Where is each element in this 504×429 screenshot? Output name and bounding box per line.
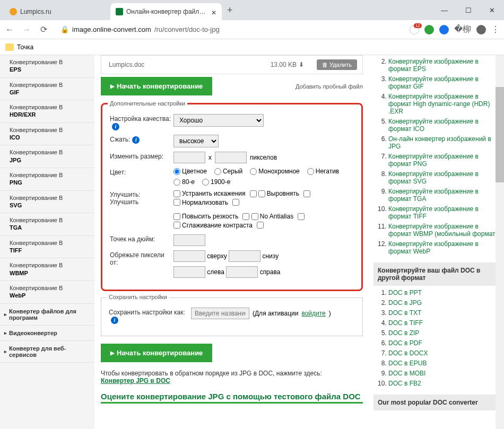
right-fmt-link[interactable]: DOC в MOBI xyxy=(388,370,425,377)
delete-button[interactable]: 🗑Удалить xyxy=(317,59,357,70)
crop-bottom-input[interactable] xyxy=(229,250,260,262)
right-link[interactable]: Конвертируйте изображение в формат High … xyxy=(388,93,490,115)
color-radio[interactable]: Монохромное xyxy=(250,168,300,175)
browser-tab-active[interactable]: Онлайн-конвертер файлов DOC ✕ xyxy=(110,3,222,20)
crop-right-label: справа xyxy=(260,268,281,276)
back-button[interactable]: ← xyxy=(4,24,15,35)
forward-button[interactable]: → xyxy=(21,24,32,35)
improve-extra-checkbox[interactable] xyxy=(232,199,239,206)
url-field[interactable]: 🔒 image.online-convert.com/ru/convert/do… xyxy=(55,25,403,33)
improve-checkbox[interactable]: Устранить искажения xyxy=(173,190,246,197)
right-link[interactable]: Конвертируйте изображение в формат WBMP … xyxy=(388,223,498,238)
ext-icon[interactable] xyxy=(439,25,449,34)
reader-icon[interactable]: �柳 xyxy=(454,24,471,35)
right-box-heading: Конвертируйте ваш файл DOC в другой форм… xyxy=(373,262,500,286)
menu-icon[interactable]: ⋮ xyxy=(491,24,500,34)
info-icon[interactable]: i xyxy=(132,136,140,144)
right-fmt-link[interactable]: DOC в PDF xyxy=(388,339,422,347)
right-link[interactable]: Конвертируйте изображение в формат SVG xyxy=(388,170,479,185)
start-convert-button[interactable]: Начать конвертирование xyxy=(101,344,212,362)
reload-button[interactable]: ⟳ xyxy=(38,24,49,35)
improve-extra-checkbox[interactable] xyxy=(303,190,310,197)
adblock-icon[interactable] xyxy=(410,25,419,34)
sidebar-item[interactable]: Конвертирование ВTIFF xyxy=(0,236,94,259)
improve-extra-checkbox[interactable] xyxy=(257,222,264,229)
right-link[interactable]: Конвертируйте изображение в формат TIFF xyxy=(388,205,479,220)
quality-select[interactable]: Хорошо xyxy=(173,114,264,127)
right-fmt-link[interactable]: DOC в DOCX xyxy=(388,349,428,357)
crop-label: Обрежьте пиксели от: xyxy=(110,250,173,266)
improve-extra-checkbox[interactable] xyxy=(298,213,305,220)
color-radio[interactable]: Цветное xyxy=(173,168,207,175)
sidebar-item[interactable]: Конвертирование ВWBMP xyxy=(0,258,94,281)
right-fmt-link[interactable]: DOC в FB2 xyxy=(388,380,421,387)
window-controls: — ☐ ✕ xyxy=(432,0,504,20)
reverse-convert-link[interactable]: Конвертер JPG в DOC xyxy=(101,377,170,384)
sidebar-category[interactable]: Конвертер для веб-сервисов xyxy=(0,341,94,363)
crop-top-input[interactable] xyxy=(173,250,205,262)
sidebar-category[interactable]: Конвертер файлов для программ xyxy=(0,304,94,326)
right-fmt-link[interactable]: DOC в PPT xyxy=(388,289,422,296)
sidebar-item[interactable]: Конвертирование ВEPS xyxy=(0,55,94,78)
right-fmt-link[interactable]: DOC в EPUB xyxy=(388,360,427,367)
quality-label: Настройка качества: xyxy=(110,115,171,122)
improve-checkbox[interactable]: Выровнять xyxy=(258,190,299,197)
dpi-input[interactable] xyxy=(173,234,205,246)
bookmark-item[interactable]: Точка xyxy=(17,43,33,51)
browser-tab[interactable]: Lumpics.ru xyxy=(4,3,110,20)
start-convert-button[interactable]: Начать конвертирование xyxy=(101,77,212,95)
close-icon[interactable]: ✕ xyxy=(211,9,216,14)
improve-checkbox[interactable]: Повысить резкость xyxy=(173,213,238,220)
right-link[interactable]: Конвертируйте изображение в формат ICO xyxy=(388,118,479,133)
folder-icon xyxy=(5,43,14,51)
improve-checkbox[interactable]: No Antialias xyxy=(251,213,293,220)
right-link[interactable]: Конвертируйте изображение в формат WebP xyxy=(388,240,479,255)
minimize-button[interactable]: — xyxy=(432,0,456,20)
improve-checkbox[interactable]: Сглаживание контраста xyxy=(173,222,253,229)
maximize-button[interactable]: ☐ xyxy=(456,0,480,20)
color-radio[interactable]: Серый xyxy=(214,168,242,175)
login-link[interactable]: войдите xyxy=(301,310,325,317)
height-input[interactable] xyxy=(215,152,247,163)
sidebar-item[interactable]: Конвертирование ВPNG xyxy=(0,168,94,191)
crop-right-input[interactable] xyxy=(226,266,258,278)
right-link[interactable]: Конвертируйте изображение в формат EPS xyxy=(388,58,479,73)
color-radio[interactable]: Негатив xyxy=(307,168,339,175)
right-link[interactable]: Конвертируйте изображение в формат GIF xyxy=(388,75,479,90)
crop-left-input[interactable] xyxy=(173,266,205,278)
sidebar-item[interactable]: Конвертирование ВWebP xyxy=(0,281,94,304)
ext-icon[interactable] xyxy=(424,25,434,34)
sidebar-item[interactable]: Конвертирование ВGIF xyxy=(0,78,94,101)
settings-name-input[interactable] xyxy=(191,308,249,319)
add-sample-file-link[interactable]: Добавить пробный файл xyxy=(296,83,363,90)
color-radio[interactable]: 80-е xyxy=(173,178,195,186)
sidebar-item[interactable]: Конвертирование ВSVG xyxy=(0,191,94,214)
avatar[interactable] xyxy=(476,25,486,34)
right-list-item: Он-лайн конвертер изображений в JPG xyxy=(388,135,500,150)
right-fmt-link[interactable]: DOC в TXT xyxy=(388,309,421,317)
sidebar-category[interactable]: Видеоконвертер xyxy=(0,326,94,341)
improve-checkbox[interactable]: Нормализовать xyxy=(173,199,228,206)
scrollbar-thumb[interactable] xyxy=(496,87,504,182)
right-fmt-link[interactable]: DOC в ZIP xyxy=(388,329,419,337)
scrollbar[interactable] xyxy=(496,55,504,429)
right-link[interactable]: Он-лайн конвертер изображений в JPG xyxy=(388,135,491,150)
sidebar-item[interactable]: Конвертирование ВTGA xyxy=(0,213,94,236)
compress-select[interactable]: высокое xyxy=(173,135,219,147)
right-fmt-link[interactable]: DOC в TIFF xyxy=(388,319,423,327)
color-radio[interactable]: 1900-е xyxy=(202,178,230,186)
width-input[interactable] xyxy=(173,152,205,163)
right-fmt-link[interactable]: DOC в JPG xyxy=(388,299,422,307)
sidebar-item[interactable]: Конвертирование ВHDR/EXR xyxy=(0,100,94,123)
new-tab-button[interactable]: + xyxy=(222,5,238,16)
info-icon[interactable]: i xyxy=(112,123,119,130)
sidebar-item[interactable]: Конвертирование ВJPG xyxy=(0,145,94,168)
improve-extra-checkbox[interactable] xyxy=(242,213,249,220)
improve-extra-checkbox[interactable] xyxy=(250,190,257,197)
right-link[interactable]: Конвертируйте изображение в формат TGA xyxy=(388,188,479,203)
right-list-item: Конвертируйте изображение в формат WebP xyxy=(388,240,500,255)
close-button[interactable]: ✕ xyxy=(480,0,504,20)
info-icon[interactable]: i xyxy=(111,317,118,324)
sidebar-item[interactable]: Конвертирование ВICO xyxy=(0,123,94,146)
right-link[interactable]: Конвертируйте изображение в формат PNG xyxy=(388,153,479,168)
